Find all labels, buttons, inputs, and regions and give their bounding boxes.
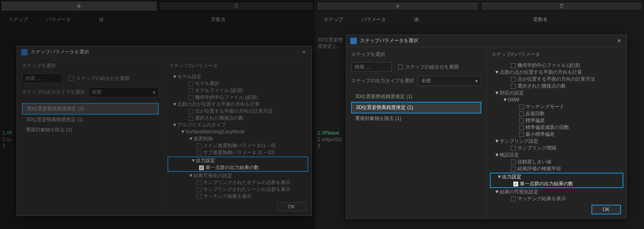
expand-combo-checkbox[interactable]: ステップの組合せを展開 bbox=[398, 64, 459, 71]
step-item-remove-dup[interactable]: 重複対象物を除去 (1) bbox=[22, 125, 159, 135]
param-tree-pane: ステップのパラメータ 幾何学的中心ファイル (必須) ▼点群の点が位置する平面の… bbox=[487, 47, 627, 218]
tree-group-vis[interactable]: ▼結果可視化の設定 bbox=[166, 172, 310, 179]
tree-group-plane[interactable]: ▼点群の点が位置する平面の方向を計算 bbox=[166, 101, 310, 108]
tree-item[interactable]: 幾何学的中心ファイル (必須) bbox=[166, 94, 310, 101]
tree-item[interactable]: サンプリングされたシーンの点群を表示 bbox=[166, 186, 310, 193]
tree-group-verify[interactable]: ▼検証設定 bbox=[488, 152, 625, 158]
step-params-heading: ステップのパラメータ bbox=[488, 51, 625, 58]
tree-item[interactable]: 選択された隣接点の数 bbox=[488, 83, 625, 90]
tree-item[interactable]: 幾何学的中心ファイル (必須) bbox=[488, 62, 625, 69]
ok-button[interactable]: OK bbox=[591, 205, 621, 214]
tree-item[interactable]: サンプリングされたモデルの点群を表示 bbox=[166, 179, 310, 186]
col-variable: 変数名 bbox=[121, 16, 315, 23]
output-type-select[interactable]: 全部▾ bbox=[417, 76, 481, 86]
tree-item[interactable]: 標準偏差減衰の回数 bbox=[488, 124, 625, 131]
tree-group-gmm[interactable]: ▼GMM bbox=[488, 96, 625, 103]
step-item-high-precision[interactable]: 3D位置姿勢高精度推定 (1) bbox=[351, 102, 481, 113]
app-icon bbox=[21, 49, 28, 56]
step-select-pane: ステップを選択 ステップの組合せを展開 ステップの出力タイプを選択 全部▾ 3D… bbox=[346, 47, 487, 218]
step-item-remove-dup[interactable]: 重複対象物を除去 (1) bbox=[351, 113, 481, 124]
breadcrumb-right: 3D位置姿勢 度推定 (... bbox=[318, 36, 343, 49]
tree-item[interactable]: マッチングモード bbox=[488, 103, 625, 110]
dialog-select-step-params-right: ステップパラメータを選択 × ステップを選択 ステップの組合せを展開 ステップの… bbox=[346, 34, 627, 219]
plus-icon bbox=[76, 3, 82, 9]
col-parameter: パラメータ bbox=[36, 16, 81, 23]
tree-item[interactable]: メイン速度制御パラメータ(1 ~ 6) bbox=[166, 142, 310, 149]
step-item-low-precision[interactable]: 3D位置姿勢低精度推定 (1) bbox=[22, 103, 159, 115]
close-button[interactable]: × bbox=[616, 37, 623, 45]
expand-combo-checkbox[interactable]: ステップの組合せを展開 bbox=[69, 75, 129, 82]
col-value: 値 bbox=[396, 16, 436, 23]
select-step-heading: ステップを選択 bbox=[22, 62, 159, 69]
column-headers-left: ステップ パラメータ 値 変数名 bbox=[0, 12, 315, 27]
trash-icon bbox=[559, 3, 564, 9]
tree-item[interactable]: 最小標準偏差 bbox=[488, 131, 625, 138]
tree-group-corr[interactable]: ▼対応の設定 bbox=[488, 90, 625, 96]
tree-item[interactable]: 反復回数 bbox=[488, 110, 625, 117]
plus-icon bbox=[395, 3, 400, 9]
bg-code-left: 1 //P 2 ou 3 bbox=[2, 130, 13, 149]
tree-item[interactable]: モデルファイル (必須) bbox=[166, 87, 310, 94]
col-value: 値 bbox=[81, 16, 121, 23]
tree-item[interactable]: サブ速度制御パラメータ (1 ~ 20) bbox=[166, 149, 310, 156]
step-item-high-precision[interactable]: 3D位置姿勢高精度推定 (1) bbox=[22, 115, 159, 125]
param-tree-pane: ステップのパラメータ ▼モデル設定 モデル選択 モデルファイル (必須) 幾何学… bbox=[164, 58, 311, 216]
step-list: 3D位置姿勢低精度推定 (1) 3D位置姿勢高精度推定 (1) 重複対象物を除去… bbox=[22, 103, 159, 135]
search-input[interactable] bbox=[22, 73, 62, 83]
tree-group-algo[interactable]: ▼アルゴリズムのタイプ bbox=[166, 122, 310, 128]
tree-item[interactable]: マッチング結果を表示 bbox=[166, 193, 310, 200]
col-step: ステップ bbox=[0, 16, 36, 23]
tree-group-speed[interactable]: ▼速度制御 bbox=[166, 135, 310, 142]
app-icon bbox=[350, 38, 357, 44]
tree-group-model[interactable]: ▼モデル設定 bbox=[166, 73, 310, 80]
tree-item[interactable]: 結果評価の検索半径 bbox=[488, 165, 625, 172]
output-type-label: ステップの出力タイプを選択 bbox=[22, 89, 85, 96]
tree-group-output[interactable]: ▼出力設定 bbox=[491, 173, 623, 180]
step-params-heading: ステップのパラメータ bbox=[166, 62, 310, 69]
tree-item[interactable]: モデル選択 bbox=[166, 80, 310, 87]
tree-item[interactable]: サンプリング間隔 bbox=[488, 145, 625, 152]
ok-button[interactable]: OK bbox=[277, 202, 306, 211]
delete-button[interactable] bbox=[159, 2, 314, 11]
col-variable: 変数名 bbox=[436, 16, 644, 23]
tree-item-output-count[interactable]: 単一点群の出力結果の数 bbox=[168, 164, 307, 171]
tree-group-plane[interactable]: ▼点群の点が位置する平面の方向を計算 bbox=[488, 69, 625, 76]
tree-group-vis[interactable]: ▼結果の可視化設定 bbox=[488, 188, 625, 195]
tree-item[interactable]: 点が位置する平面の方向の計算方法 bbox=[166, 108, 310, 115]
output-type-label: ステップの出力タイプを選択 bbox=[351, 77, 414, 84]
tree-item[interactable]: 信頼度しきい値 bbox=[488, 158, 625, 165]
tree-item-output-count[interactable]: 単一点群の出力結果の数 bbox=[491, 180, 623, 187]
toolbar-right bbox=[315, 0, 644, 12]
tree-group-sampling[interactable]: ▼サンプリング設定 bbox=[488, 138, 625, 145]
step-select-pane: ステップを選択 ステップの組合せを展開 ステップの出力タイプを選択 全部▾ 3D… bbox=[17, 58, 164, 216]
tree-item[interactable]: 標準偏差 bbox=[488, 117, 625, 124]
tree-item[interactable]: マッチング結果を表示 bbox=[488, 195, 625, 202]
search-input[interactable] bbox=[351, 62, 392, 72]
tree-group-output[interactable]: ▼出力設定 bbox=[168, 157, 307, 164]
output-type-select[interactable]: 全部▾ bbox=[88, 87, 159, 97]
delete-button[interactable] bbox=[481, 2, 643, 11]
add-button[interactable] bbox=[2, 2, 157, 11]
tree-item[interactable]: 選択された隣接点の数 bbox=[166, 115, 310, 122]
col-step: ステップ bbox=[315, 16, 352, 23]
step-list: 3D位置姿勢低精度推定 (1) 3D位置姿勢高精度推定 (1) 重複対象物を除去… bbox=[351, 92, 481, 124]
close-button[interactable]: × bbox=[301, 49, 307, 56]
bg-code-right: 1 //Please 2 outputSiz 3 bbox=[318, 130, 342, 149]
column-headers-right: ステップ パラメータ 値 変数名 bbox=[315, 12, 644, 27]
step-item-low-precision[interactable]: 3D位置姿勢低精度推定 (1) bbox=[351, 92, 481, 102]
select-step-heading: ステップを選択 bbox=[351, 51, 481, 58]
dialog-select-step-params-left: ステップパラメータを選択 × ステップを選択 ステップの組合せを展開 ステップの… bbox=[17, 46, 312, 216]
toolbar-left bbox=[0, 0, 315, 12]
dialog-title: ステップパラメータを選択 bbox=[31, 49, 301, 56]
trash-icon bbox=[233, 3, 239, 9]
col-parameter: パラメータ bbox=[352, 16, 396, 23]
add-button[interactable] bbox=[317, 2, 479, 11]
dialog-title: ステップパラメータを選択 bbox=[360, 37, 616, 44]
tree-group-surfmatch[interactable]: ▼SurfaceMatchingEasyMode bbox=[166, 128, 310, 135]
tree-item[interactable]: 点が位置する平面の方向の計算方法 bbox=[488, 76, 625, 83]
